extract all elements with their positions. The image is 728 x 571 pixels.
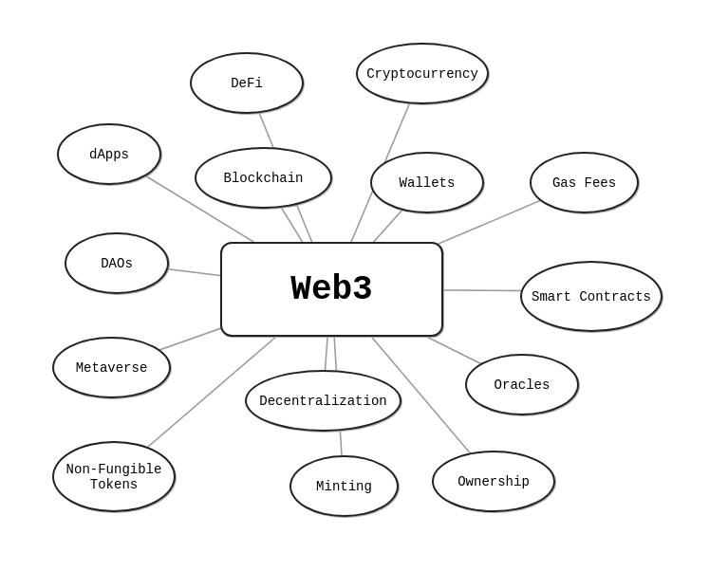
node-defi-label: DeFi bbox=[231, 76, 263, 91]
node-metaverse-label: Metaverse bbox=[76, 360, 148, 376]
node-decentralization-label: Decentralization bbox=[259, 394, 386, 409]
node-minting-label: Minting bbox=[316, 479, 372, 494]
node-oracles-label: Oracles bbox=[495, 378, 551, 393]
node-gasfees-label: Gas Fees bbox=[552, 175, 616, 191]
node-ownership: Ownership bbox=[432, 451, 555, 512]
node-cryptocurrency: Cryptocurrency bbox=[356, 43, 489, 104]
mind-map-canvas: DeFi Cryptocurrency dApps Blockchain Wal… bbox=[0, 0, 728, 571]
node-web3-label: Web3 bbox=[290, 270, 372, 309]
node-non-fungible-tokens: Non-Fungible Tokens bbox=[52, 441, 176, 512]
node-crypto-label: Cryptocurrency bbox=[366, 66, 478, 82]
node-wallets: Wallets bbox=[370, 152, 484, 213]
node-nft-label: Non-Fungible Tokens bbox=[66, 462, 162, 492]
node-smartcontracts-label: Smart Contracts bbox=[532, 289, 651, 304]
node-decentralization: Decentralization bbox=[245, 370, 401, 432]
node-oracles: Oracles bbox=[465, 354, 579, 415]
node-blockchain: Blockchain bbox=[195, 147, 332, 209]
node-daos: DAOs bbox=[65, 232, 169, 294]
node-smart-contracts: Smart Contracts bbox=[520, 261, 663, 332]
node-blockchain-label: Blockchain bbox=[223, 171, 303, 186]
node-dapps-label: dApps bbox=[89, 147, 129, 162]
node-ownership-label: Ownership bbox=[457, 474, 530, 489]
node-web3-center: Web3 bbox=[220, 242, 443, 337]
node-minting: Minting bbox=[289, 455, 399, 517]
node-dapps: dApps bbox=[57, 123, 161, 185]
node-wallets-label: Wallets bbox=[400, 175, 456, 191]
node-gas-fees: Gas Fees bbox=[530, 152, 639, 213]
node-daos-label: DAOs bbox=[101, 256, 133, 271]
node-metaverse: Metaverse bbox=[52, 337, 171, 398]
node-defi: DeFi bbox=[190, 52, 304, 114]
